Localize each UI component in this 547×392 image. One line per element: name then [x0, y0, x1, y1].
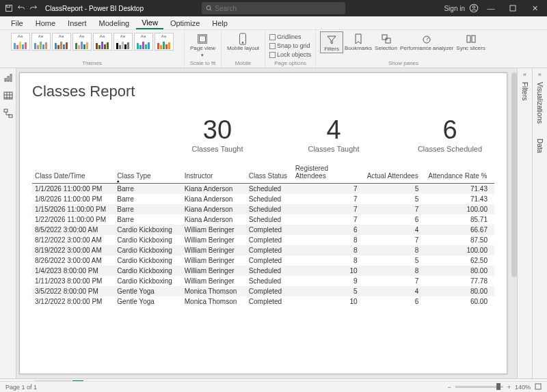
table-cell: 1/22/2026 11:00:00 PM: [32, 214, 114, 225]
sync-slicers-button[interactable]: Sync slicers: [455, 31, 487, 53]
ribbon-label-mobile: Mobile: [235, 60, 252, 68]
table-row[interactable]: 8/19/2022 3:00:00 AMCardio KickboxingWil…: [32, 245, 494, 255]
lock-checkbox[interactable]: Lock objects: [269, 51, 311, 59]
gridlines-checkbox[interactable]: Gridlines: [269, 33, 311, 41]
table-row[interactable]: 1/8/2026 11:00:00 PMBarreKiana AndersonS…: [32, 194, 494, 204]
close-button[interactable]: ✕: [525, 0, 544, 16]
table-cell: 8: [293, 235, 364, 245]
svg-rect-15: [5, 79, 6, 81]
table-cell: Kiana Anderson: [182, 194, 246, 204]
title-bar: ClassReport - Power BI Desktop Sign in —…: [0, 0, 547, 16]
visualizations-pane-label: Visualizations: [536, 82, 544, 124]
table-row[interactable]: 1/1/2026 11:00:00 PMBarreKiana AndersonS…: [32, 184, 494, 195]
column-header[interactable]: Actual Attendees: [364, 163, 426, 184]
table-cell: Barre: [114, 204, 181, 214]
save-icon[interactable]: [4, 3, 14, 13]
fit-page-icon[interactable]: [535, 383, 542, 391]
search-input[interactable]: [215, 5, 341, 12]
table-cell: Monica Thomson: [182, 286, 246, 296]
signin-label[interactable]: Sign in: [444, 5, 465, 12]
redo-icon[interactable]: [29, 3, 38, 13]
table-cell: Scheduled: [246, 276, 293, 286]
snap-checkbox[interactable]: Snap to grid: [269, 42, 311, 50]
table-cell: Cardio Kickboxing: [114, 255, 181, 266]
menu-home[interactable]: Home: [30, 18, 61, 29]
visualizations-pane-collapsed[interactable]: « Visualizations Data: [532, 68, 547, 378]
table-cell: 8/26/2022 3:00:00 AM: [32, 255, 114, 266]
table-cell: 5: [364, 194, 426, 204]
maximize-button[interactable]: [503, 0, 522, 16]
column-header[interactable]: Class Status: [246, 163, 293, 184]
table-cell: William Beringer: [182, 225, 246, 235]
performance-icon: [421, 33, 433, 45]
zoom-out-icon[interactable]: −: [447, 384, 451, 391]
class-table[interactable]: Class Date/TimeClass TypeInstructorClass…: [32, 163, 494, 307]
table-row[interactable]: 1/22/2026 11:00:00 PMBarreKiana Anderson…: [32, 214, 494, 225]
report-view-icon[interactable]: [3, 72, 14, 83]
column-header[interactable]: Attendance Rate %: [425, 163, 494, 184]
theme-thumb[interactable]: Aa: [72, 33, 92, 51]
table-cell: Completed: [246, 235, 293, 245]
ribbon: AaAaAaAaAaAaAaAa Themes Page view ▾ Scal…: [0, 30, 547, 68]
table-cell: 10: [293, 266, 364, 276]
table-cell: Completed: [246, 296, 293, 307]
table-row[interactable]: 1/15/2026 11:00:00 PMBarreKiana Anderson…: [32, 204, 494, 214]
table-row[interactable]: 1/11/2023 8:00:00 PMCardio KickboxingWil…: [32, 276, 494, 286]
bookmarks-pane-button[interactable]: Bookmarks: [343, 31, 373, 53]
theme-thumb[interactable]: Aa: [155, 33, 174, 51]
zoom-slider[interactable]: [455, 386, 503, 388]
canvas-scrollbar[interactable]: [511, 72, 517, 277]
minimize-button[interactable]: —: [481, 0, 501, 16]
table-cell: 7: [364, 204, 426, 214]
undo-icon[interactable]: [16, 3, 26, 13]
zoom-level: 140%: [515, 384, 531, 391]
table-row[interactable]: 1/4/2023 8:00:00 PMCardio KickboxingWill…: [32, 266, 494, 276]
window-title: ClassReport - Power BI Desktop: [45, 5, 144, 12]
mobile-layout-button[interactable]: Mobile layout: [226, 31, 261, 52]
table-cell: 7: [364, 276, 426, 286]
filters-pane-button[interactable]: Filters: [320, 31, 343, 53]
table-cell: 4: [364, 286, 426, 296]
filters-pane-collapsed[interactable]: « Filters: [517, 68, 532, 378]
table-view-icon[interactable]: [3, 90, 14, 101]
mobile-icon: [237, 33, 249, 45]
user-icon[interactable]: [469, 3, 479, 13]
table-row[interactable]: 8/12/2022 3:00:00 AMCardio KickboxingWil…: [32, 235, 494, 245]
kpi-label: Classes Taught: [180, 145, 255, 153]
theme-thumb[interactable]: Aa: [31, 33, 51, 51]
kpi-label: Classes Taught: [296, 145, 371, 153]
table-row[interactable]: 3/5/2022 8:00:00 PMGentle YogaMonica Tho…: [32, 286, 494, 296]
table-cell: 5: [364, 255, 426, 266]
performance-analyzer-button[interactable]: Performance analyzer: [399, 31, 455, 53]
global-search[interactable]: [202, 2, 345, 14]
theme-thumb[interactable]: Aa: [134, 33, 153, 51]
table-cell: Kiana Anderson: [182, 214, 246, 225]
column-header[interactable]: Class Type: [114, 163, 181, 184]
table-row[interactable]: 8/26/2022 3:00:00 AMCardio KickboxingWil…: [32, 255, 494, 266]
menu-modeling[interactable]: Modeling: [94, 18, 135, 29]
model-view-icon[interactable]: [3, 108, 14, 119]
column-header[interactable]: Class Date/Time: [32, 163, 114, 184]
theme-thumb[interactable]: Aa: [11, 33, 30, 51]
column-header[interactable]: Registered Attendees: [293, 163, 364, 184]
menu-view[interactable]: View: [136, 17, 163, 29]
column-header[interactable]: Instructor: [182, 163, 246, 184]
theme-thumb[interactable]: Aa: [93, 33, 112, 51]
theme-thumb[interactable]: Aa: [114, 33, 133, 51]
table-cell: Kiana Anderson: [182, 184, 246, 195]
filter-icon: [325, 33, 338, 46]
table-cell: 7: [364, 235, 426, 245]
report-page[interactable]: Classes Report 30Classes Taught4Classes …: [19, 72, 507, 374]
menu-help[interactable]: Help: [206, 18, 233, 29]
table-row[interactable]: 3/12/2022 8:00:00 PMGentle YogaMonica Th…: [32, 296, 494, 307]
table-cell: 8/12/2022 3:00:00 AM: [32, 235, 114, 245]
menu-file[interactable]: File: [5, 18, 29, 29]
menu-optimize[interactable]: Optimize: [165, 18, 205, 29]
selection-pane-button[interactable]: Selection: [373, 31, 399, 53]
table-row[interactable]: 8/5/2022 3:00:00 AMCardio KickboxingWill…: [32, 225, 494, 235]
zoom-in-icon[interactable]: +: [507, 384, 511, 391]
menu-insert[interactable]: Insert: [62, 18, 92, 29]
page-view-button[interactable]: Page view ▾: [189, 31, 217, 58]
svg-rect-7: [200, 36, 206, 42]
theme-thumb[interactable]: Aa: [52, 33, 71, 51]
